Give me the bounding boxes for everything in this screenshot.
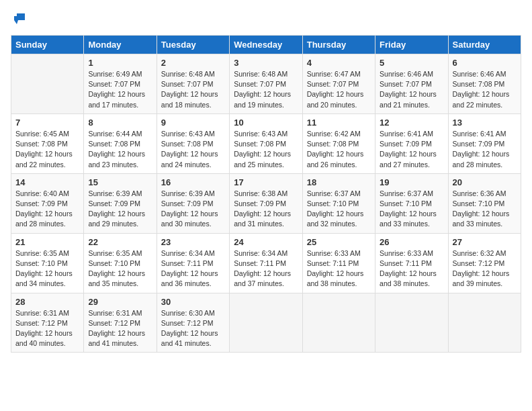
day-number: 28: [15, 297, 79, 307]
week-row-1: 1Sunrise: 6:49 AMSunset: 7:07 PMDaylight…: [11, 54, 521, 114]
calendar-cell: 9Sunrise: 6:43 AMSunset: 7:08 PMDaylight…: [157, 113, 229, 173]
calendar-cell: 19Sunrise: 6:37 AMSunset: 7:10 PMDayligh…: [375, 173, 448, 233]
week-row-2: 7Sunrise: 6:45 AMSunset: 7:08 PMDaylight…: [11, 113, 521, 173]
calendar-cell: 30Sunrise: 6:30 AMSunset: 7:12 PMDayligh…: [157, 293, 229, 353]
day-info: Sunrise: 6:35 AMSunset: 7:10 PMDaylight:…: [88, 248, 152, 289]
day-number: 21: [15, 237, 79, 247]
calendar-cell: 12Sunrise: 6:41 AMSunset: 7:09 PMDayligh…: [375, 113, 448, 173]
day-info: Sunrise: 6:33 AMSunset: 7:11 PMDaylight:…: [380, 248, 443, 289]
day-info: Sunrise: 6:46 AMSunset: 7:08 PMDaylight:…: [453, 69, 517, 110]
day-info: Sunrise: 6:31 AMSunset: 7:12 PMDaylight:…: [88, 308, 152, 349]
day-info: Sunrise: 6:48 AMSunset: 7:07 PMDaylight:…: [234, 69, 298, 110]
calendar-cell: 6Sunrise: 6:46 AMSunset: 7:08 PMDaylight…: [448, 54, 521, 114]
day-info: Sunrise: 6:32 AMSunset: 7:12 PMDaylight:…: [453, 248, 517, 289]
day-number: 23: [161, 237, 225, 247]
day-number: 18: [307, 177, 371, 187]
day-info: Sunrise: 6:30 AMSunset: 7:12 PMDaylight:…: [161, 308, 225, 349]
day-number: 13: [453, 118, 517, 128]
day-number: 4: [307, 58, 371, 68]
day-number: 11: [307, 118, 371, 128]
calendar-cell: 21Sunrise: 6:35 AMSunset: 7:10 PMDayligh…: [11, 233, 84, 293]
calendar-cell: 22Sunrise: 6:35 AMSunset: 7:10 PMDayligh…: [84, 233, 157, 293]
day-info: Sunrise: 6:35 AMSunset: 7:10 PMDaylight:…: [15, 248, 79, 289]
calendar-cell: 26Sunrise: 6:33 AMSunset: 7:11 PMDayligh…: [375, 233, 448, 293]
calendar-cell: 17Sunrise: 6:38 AMSunset: 7:09 PMDayligh…: [230, 173, 302, 233]
day-info: Sunrise: 6:39 AMSunset: 7:09 PMDaylight:…: [88, 189, 152, 230]
day-info: Sunrise: 6:40 AMSunset: 7:09 PMDaylight:…: [15, 189, 79, 230]
day-number: 7: [15, 118, 79, 128]
day-info: Sunrise: 6:34 AMSunset: 7:11 PMDaylight:…: [161, 248, 225, 289]
day-info: Sunrise: 6:37 AMSunset: 7:10 PMDaylight:…: [307, 189, 371, 230]
week-row-3: 14Sunrise: 6:40 AMSunset: 7:09 PMDayligh…: [11, 173, 521, 233]
calendar-cell: [375, 293, 448, 353]
day-number: 9: [161, 118, 225, 128]
calendar-cell: 24Sunrise: 6:34 AMSunset: 7:11 PMDayligh…: [230, 233, 302, 293]
calendar-cell: 14Sunrise: 6:40 AMSunset: 7:09 PMDayligh…: [11, 173, 84, 233]
calendar-cell: 29Sunrise: 6:31 AMSunset: 7:12 PMDayligh…: [84, 293, 157, 353]
day-number: 27: [453, 237, 517, 247]
day-number: 1: [88, 58, 152, 68]
day-number: 22: [88, 237, 152, 247]
day-info: Sunrise: 6:49 AMSunset: 7:07 PMDaylight:…: [88, 69, 152, 110]
day-info: Sunrise: 6:46 AMSunset: 7:07 PMDaylight:…: [380, 69, 443, 110]
col-header-sunday: Sunday: [11, 36, 84, 54]
calendar-cell: 2Sunrise: 6:48 AMSunset: 7:07 PMDaylight…: [157, 54, 229, 114]
col-header-saturday: Saturday: [448, 36, 521, 54]
logo-text: [11, 11, 28, 27]
calendar-cell: [448, 293, 521, 353]
day-info: Sunrise: 6:47 AMSunset: 7:07 PMDaylight:…: [307, 69, 371, 110]
day-number: 8: [88, 118, 152, 128]
calendar-cell: 15Sunrise: 6:39 AMSunset: 7:09 PMDayligh…: [84, 173, 157, 233]
day-number: 25: [307, 237, 371, 247]
col-header-wednesday: Wednesday: [230, 36, 302, 54]
calendar-cell: [11, 54, 84, 114]
day-info: Sunrise: 6:48 AMSunset: 7:07 PMDaylight:…: [161, 69, 225, 110]
day-info: Sunrise: 6:37 AMSunset: 7:10 PMDaylight:…: [380, 189, 443, 230]
day-number: 12: [380, 118, 443, 128]
calendar-cell: [230, 293, 302, 353]
calendar-table: SundayMondayTuesdayWednesdayThursdayFrid…: [11, 35, 521, 353]
calendar-cell: 27Sunrise: 6:32 AMSunset: 7:12 PMDayligh…: [448, 233, 521, 293]
calendar-cell: 10Sunrise: 6:43 AMSunset: 7:08 PMDayligh…: [230, 113, 302, 173]
day-number: 15: [88, 177, 152, 187]
calendar-cell: 7Sunrise: 6:45 AMSunset: 7:08 PMDaylight…: [11, 113, 84, 173]
day-number: 6: [453, 58, 517, 68]
day-info: Sunrise: 6:39 AMSunset: 7:09 PMDaylight:…: [161, 189, 225, 230]
day-number: 5: [380, 58, 443, 68]
col-header-tuesday: Tuesday: [157, 36, 229, 54]
day-info: Sunrise: 6:43 AMSunset: 7:08 PMDaylight:…: [234, 129, 298, 170]
day-info: Sunrise: 6:41 AMSunset: 7:09 PMDaylight:…: [380, 129, 443, 170]
day-number: 26: [380, 237, 443, 247]
calendar-cell: 1Sunrise: 6:49 AMSunset: 7:07 PMDaylight…: [84, 54, 157, 114]
day-info: Sunrise: 6:33 AMSunset: 7:11 PMDaylight:…: [307, 248, 371, 289]
calendar-cell: 28Sunrise: 6:31 AMSunset: 7:12 PMDayligh…: [11, 293, 84, 353]
day-info: Sunrise: 6:45 AMSunset: 7:08 PMDaylight:…: [15, 129, 79, 170]
day-number: 16: [161, 177, 225, 187]
day-info: Sunrise: 6:36 AMSunset: 7:10 PMDaylight:…: [453, 189, 517, 230]
day-info: Sunrise: 6:34 AMSunset: 7:11 PMDaylight:…: [234, 248, 298, 289]
col-header-friday: Friday: [375, 36, 448, 54]
calendar-cell: 5Sunrise: 6:46 AMSunset: 7:07 PMDaylight…: [375, 54, 448, 114]
calendar-cell: 20Sunrise: 6:36 AMSunset: 7:10 PMDayligh…: [448, 173, 521, 233]
day-info: Sunrise: 6:31 AMSunset: 7:12 PMDaylight:…: [15, 308, 79, 349]
day-info: Sunrise: 6:43 AMSunset: 7:08 PMDaylight:…: [161, 129, 225, 170]
col-header-thursday: Thursday: [302, 36, 375, 54]
calendar-cell: 11Sunrise: 6:42 AMSunset: 7:08 PMDayligh…: [302, 113, 375, 173]
calendar-cell: 18Sunrise: 6:37 AMSunset: 7:10 PMDayligh…: [302, 173, 375, 233]
calendar-cell: 3Sunrise: 6:48 AMSunset: 7:07 PMDaylight…: [230, 54, 302, 114]
calendar-cell: 23Sunrise: 6:34 AMSunset: 7:11 PMDayligh…: [157, 233, 229, 293]
day-number: 2: [161, 58, 225, 68]
day-number: 29: [88, 297, 152, 307]
day-number: 14: [15, 177, 79, 187]
day-info: Sunrise: 6:42 AMSunset: 7:08 PMDaylight:…: [307, 129, 371, 170]
day-number: 30: [161, 297, 225, 307]
logo: [11, 11, 28, 27]
calendar-cell: 4Sunrise: 6:47 AMSunset: 7:07 PMDaylight…: [302, 54, 375, 114]
col-header-monday: Monday: [84, 36, 157, 54]
day-info: Sunrise: 6:41 AMSunset: 7:09 PMDaylight:…: [453, 129, 517, 170]
day-number: 20: [453, 177, 517, 187]
calendar-cell: 8Sunrise: 6:44 AMSunset: 7:08 PMDaylight…: [84, 113, 157, 173]
week-row-5: 28Sunrise: 6:31 AMSunset: 7:12 PMDayligh…: [11, 293, 521, 353]
day-info: Sunrise: 6:38 AMSunset: 7:09 PMDaylight:…: [234, 189, 298, 230]
page-header: [11, 11, 521, 27]
